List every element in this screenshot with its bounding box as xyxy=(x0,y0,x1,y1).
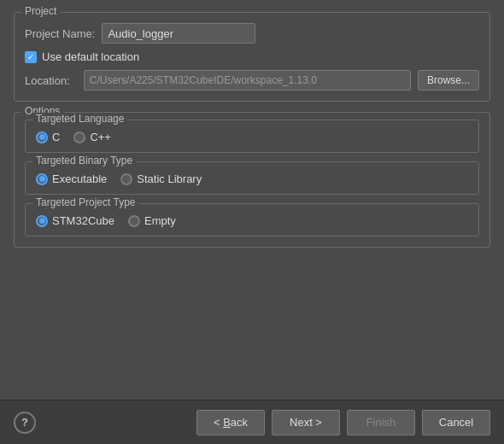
language-cpp-option[interactable]: C++ xyxy=(73,131,111,143)
back-button[interactable]: < Back xyxy=(196,410,265,435)
targeted-project-section: Targeted Project Type STM32Cube Empty xyxy=(25,203,479,237)
targeted-language-legend: Targeted Language xyxy=(32,113,127,125)
targeted-binary-section: Targeted Binary Type Executable Static L… xyxy=(25,161,479,195)
project-type-radio-group: STM32Cube Empty xyxy=(36,214,468,227)
default-location-label: Use default location xyxy=(42,50,139,63)
project-stm32cube-label: STM32Cube xyxy=(52,214,114,227)
binary-static-radio[interactable] xyxy=(120,173,132,185)
binary-executable-option[interactable]: Executable xyxy=(36,172,107,185)
language-cpp-radio[interactable] xyxy=(73,131,85,143)
location-row: Location: Browse... xyxy=(25,70,479,91)
binary-executable-label: Executable xyxy=(52,172,107,185)
project-section: Project Project Name: Use default locati… xyxy=(14,12,490,102)
project-stm32cube-option[interactable]: STM32Cube xyxy=(36,214,114,227)
targeted-binary-legend: Targeted Binary Type xyxy=(32,155,136,166)
binary-executable-radio[interactable] xyxy=(36,173,48,185)
language-radio-group: C C++ xyxy=(36,131,468,143)
project-empty-option[interactable]: Empty xyxy=(128,214,176,227)
location-label: Location: xyxy=(25,74,70,87)
finish-button[interactable]: Finish xyxy=(347,410,415,435)
project-name-input[interactable] xyxy=(102,23,255,44)
language-c-radio[interactable] xyxy=(36,131,48,143)
targeted-project-legend: Targeted Project Type xyxy=(32,196,139,208)
default-location-row: Use default location xyxy=(25,50,479,63)
project-name-row: Project Name: xyxy=(25,23,479,44)
project-empty-label: Empty xyxy=(144,214,176,227)
project-stm32cube-radio[interactable] xyxy=(36,215,48,227)
default-location-checkbox[interactable] xyxy=(25,51,37,63)
binary-static-option[interactable]: Static Library xyxy=(120,172,202,185)
location-input[interactable] xyxy=(84,70,411,91)
browse-button[interactable]: Browse... xyxy=(418,70,479,91)
language-c-option[interactable]: C xyxy=(36,131,60,143)
project-name-label: Project Name: xyxy=(25,27,95,40)
language-c-label: C xyxy=(52,131,60,143)
options-section: Options Targeted Language C C++ Targeted… xyxy=(14,112,490,248)
binary-static-label: Static Library xyxy=(137,172,202,185)
cancel-button[interactable]: Cancel xyxy=(422,410,490,435)
help-button[interactable]: ? xyxy=(14,412,36,434)
bottom-bar: ? < Back Next > Finish Cancel xyxy=(0,400,504,444)
binary-radio-group: Executable Static Library xyxy=(36,172,468,185)
project-legend: Project xyxy=(21,5,60,17)
language-cpp-label: C++ xyxy=(90,131,111,143)
next-button[interactable]: Next > xyxy=(272,410,340,435)
project-empty-radio[interactable] xyxy=(128,215,140,227)
targeted-language-section: Targeted Language C C++ xyxy=(25,120,479,153)
